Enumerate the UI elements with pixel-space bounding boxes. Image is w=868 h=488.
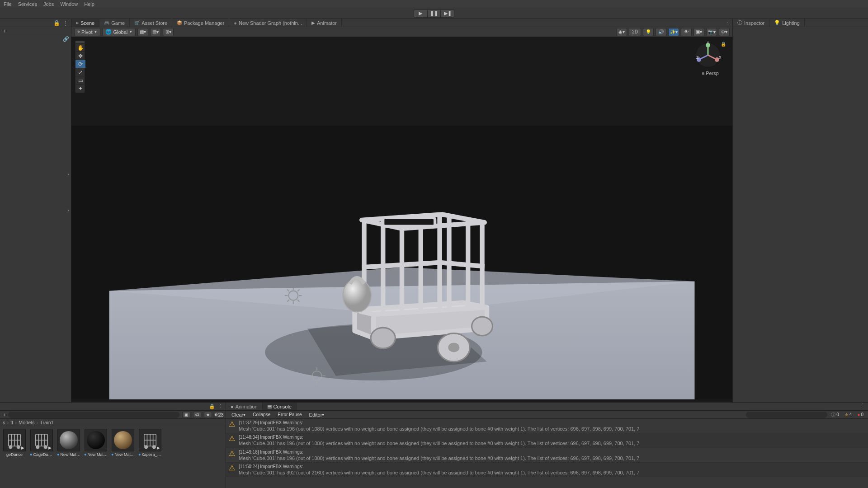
- snap-handle[interactable]: ⊞▾: [163, 28, 174, 36]
- asset-item[interactable]: New Mater...: [84, 429, 108, 485]
- projection-label[interactable]: ≡ Persp: [702, 70, 719, 76]
- gizmos-toggle[interactable]: ⚙▾: [719, 28, 730, 36]
- menu-icon[interactable]: ⋮: [63, 20, 68, 26]
- orientation-gizmo[interactable]: y x z: [694, 42, 722, 69]
- lock-icon[interactable]: 🔒: [53, 20, 60, 26]
- filter-label[interactable]: 🏷: [193, 412, 201, 418]
- hidden-toggle[interactable]: 👁: [681, 28, 692, 36]
- menu-icon[interactable]: ⋮: [858, 403, 868, 410]
- crumb[interactable]: Models: [19, 420, 34, 425]
- snap-inc[interactable]: ▤▾: [150, 28, 161, 36]
- rect-tool[interactable]: ▭: [75, 76, 85, 84]
- menu-icon[interactable]: ⋮: [218, 404, 223, 409]
- lock-icon[interactable]: 🔒: [209, 404, 215, 409]
- console-icon: ▤: [267, 404, 272, 409]
- asset-item[interactable]: New Mater...: [57, 429, 80, 485]
- svg-point-62: [44, 446, 47, 449]
- menu-item[interactable]: File: [4, 1, 12, 7]
- scene-icon: ⌗: [76, 20, 79, 26]
- bulb-icon: 💡: [774, 20, 780, 26]
- tab-animator[interactable]: ▶Animator: [307, 19, 342, 27]
- menu-item[interactable]: Jobs: [43, 1, 54, 7]
- breadcrumb: s› tt› Models› Train1: [0, 419, 226, 426]
- tab-scene[interactable]: ⌗Scene: [71, 19, 99, 27]
- console-panel: ●Animation ▤Console ⋮ Clear ▾ Collapse E…: [226, 403, 868, 488]
- svg-point-55: [17, 446, 20, 449]
- info-count[interactable]: 0: [829, 412, 841, 418]
- tab-inspector[interactable]: ⓘInspector: [733, 19, 769, 27]
- filter-type[interactable]: ▣: [182, 412, 190, 418]
- draw-mode[interactable]: ◉▾: [616, 28, 627, 36]
- tab-lighting[interactable]: 💡Lighting: [769, 19, 805, 27]
- audio-toggle[interactable]: 🔊: [656, 28, 666, 36]
- filter-save[interactable]: ★: [204, 412, 212, 418]
- link-icon[interactable]: 🔗: [63, 36, 69, 42]
- scene-tools: ✋ ✥ ⟳ ⤢ ▭ ✦: [75, 41, 85, 93]
- light-toggle[interactable]: 💡: [643, 28, 654, 36]
- error-count[interactable]: 0: [855, 412, 865, 417]
- console-search-input[interactable]: [746, 412, 827, 418]
- tab-asset-store[interactable]: 🛒Asset Store: [130, 19, 172, 27]
- editor-dropdown[interactable]: Editor ▾: [307, 412, 327, 418]
- crumb[interactable]: Train1: [40, 420, 54, 425]
- asset-item[interactable]: ▶Карета_06...: [138, 429, 162, 485]
- collapse-arrow[interactable]: ›: [67, 207, 69, 213]
- asset-item[interactable]: ▶geDance: [3, 429, 26, 485]
- gizmo-lock-icon[interactable]: 🔒: [721, 42, 726, 47]
- hand-tool[interactable]: ✋: [75, 44, 85, 52]
- center-tabs: ⌗Scene 🎮Game 🛒Asset Store 📦Package Manag…: [71, 19, 732, 27]
- tab-menu-icon[interactable]: ⋮: [725, 20, 730, 26]
- add-icon[interactable]: +: [3, 28, 6, 34]
- move-tool[interactable]: ✥: [75, 52, 85, 60]
- collapse-arrow[interactable]: ›: [67, 171, 69, 177]
- svg-point-61: [36, 446, 39, 449]
- tab-shader-graph[interactable]: ●New Shader Graph (nothin...: [229, 19, 307, 27]
- warning-icon: ⚠: [229, 465, 235, 472]
- tab-animation[interactable]: ●Animation: [226, 403, 263, 410]
- camera-toggle[interactable]: 📷▾: [706, 28, 717, 36]
- svg-text:x: x: [719, 54, 722, 60]
- add-icon[interactable]: +: [3, 412, 5, 418]
- svg-point-69: [153, 446, 156, 449]
- menu-item[interactable]: Window: [60, 1, 78, 7]
- snap-grid[interactable]: ▦▾: [137, 28, 148, 36]
- collapse-button[interactable]: Collapse: [250, 412, 273, 418]
- tab-package-manager[interactable]: 📦Package Manager: [172, 19, 229, 27]
- svg-point-68: [145, 446, 148, 449]
- log-entry[interactable]: ⚠[11:49:18] ImportFBX Warnings:Mesh 'Cub…: [226, 448, 868, 463]
- transform-tool[interactable]: ✦: [75, 84, 85, 93]
- svg-point-24: [343, 279, 371, 312]
- package-icon: 📦: [177, 20, 182, 25]
- log-entry[interactable]: ⚠[11:48:04] ImportFBX Warnings:Mesh 'Cub…: [226, 433, 868, 448]
- tab-console[interactable]: ▤Console: [263, 403, 297, 410]
- menu-item[interactable]: Help: [84, 1, 94, 7]
- store-icon: 🛒: [134, 20, 140, 25]
- asset-item[interactable]: New Mater...: [111, 429, 135, 485]
- menu-item[interactable]: Services: [18, 1, 37, 7]
- step-button[interactable]: ▶❚: [441, 9, 454, 18]
- clear-button[interactable]: Clear ▾: [229, 412, 248, 418]
- tab-game[interactable]: 🎮Game: [99, 19, 130, 27]
- svg-point-20: [371, 328, 395, 348]
- rotate-tool[interactable]: ⟳: [75, 60, 85, 68]
- log-entry[interactable]: ⚠[11:50:24] ImportFBX Warnings:Mesh 'Cub…: [226, 463, 868, 477]
- crumb[interactable]: s: [3, 420, 5, 425]
- hierarchy-header: 🔒 ⋮: [0, 19, 71, 27]
- play-button[interactable]: ▶: [414, 9, 427, 18]
- layers-toggle[interactable]: ▣▾: [693, 28, 704, 36]
- asset-item[interactable]: ▶CageDance: [30, 429, 53, 485]
- log-entry[interactable]: ⚠[11:37:29] ImportFBX Warnings:Mesh 'Cub…: [226, 419, 868, 433]
- fx-toggle[interactable]: ✨▾: [668, 28, 679, 36]
- scale-tool[interactable]: ⤢: [75, 68, 85, 76]
- pause-button[interactable]: ❚❚: [427, 9, 441, 18]
- warn-count[interactable]: 4: [843, 412, 854, 417]
- crumb[interactable]: tt: [10, 420, 13, 425]
- project-search-input[interactable]: [8, 412, 179, 418]
- hidden-count[interactable]: 👁23: [215, 412, 223, 418]
- project-panel: 🔒 ⋮ + ▣ 🏷 ★ 👁23 s› tt› Models› Train1 ▶g…: [0, 403, 226, 488]
- 2d-toggle[interactable]: 2D: [629, 28, 641, 36]
- global-toggle[interactable]: 🌐Global▼: [102, 28, 136, 36]
- error-pause-button[interactable]: Error Pause: [275, 412, 304, 418]
- pivot-toggle[interactable]: ⌖Pivot▼: [74, 28, 100, 36]
- console-log-list[interactable]: ⚠[11:37:29] ImportFBX Warnings:Mesh 'Cub…: [226, 419, 868, 488]
